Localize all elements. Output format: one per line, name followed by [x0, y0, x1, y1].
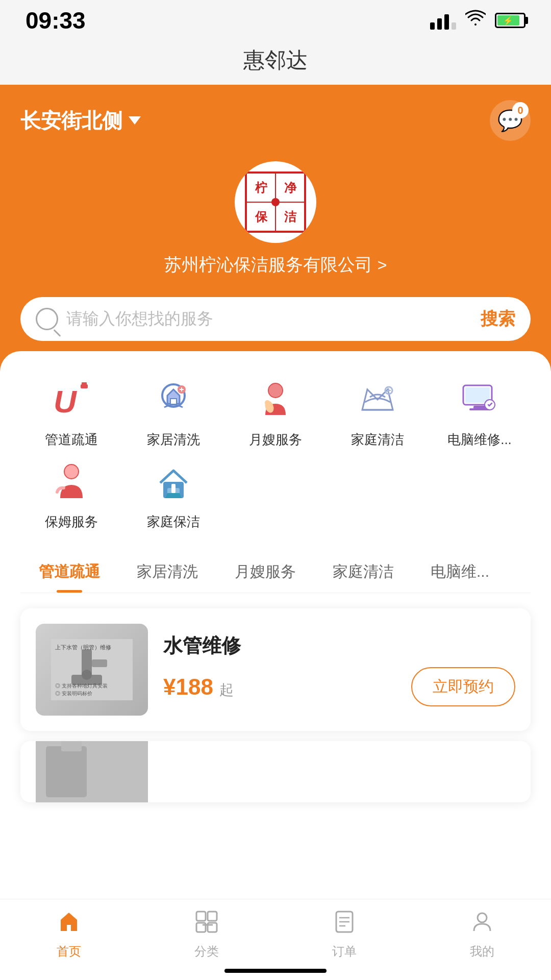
- price-symbol: ¥: [163, 674, 176, 699]
- home-clean-icon: [153, 379, 194, 420]
- service-item-home-clean[interactable]: 家居清洗: [122, 377, 224, 449]
- svg-point-22: [82, 670, 92, 680]
- svg-rect-23: [92, 659, 107, 667]
- svg-point-7: [265, 400, 270, 405]
- category-nav-label: 分类: [194, 943, 219, 960]
- pipe-repair-illustration: 上下水管（明管）维修 ◎ 支持各种地灯具安装 ◎ 安装明码标价: [51, 639, 133, 700]
- battery-icon: ⚡: [495, 13, 525, 28]
- location-text: 长安街北侧: [20, 107, 122, 135]
- search-icon: [36, 308, 58, 330]
- price-unit: 起: [219, 682, 234, 698]
- search-bar[interactable]: 请输入你想找的服务 搜索: [20, 297, 531, 341]
- service-item-pipe[interactable]: U 管道疏通: [20, 377, 122, 449]
- service-item-family-clean[interactable]: 家庭清洁: [327, 377, 429, 449]
- card-price: ¥188: [163, 674, 219, 699]
- computer-icon: [459, 379, 500, 420]
- header-top-row: 长安街北侧 💬 0: [20, 100, 531, 141]
- logo-char-2: 净: [276, 173, 305, 202]
- home-nav-icon: [57, 910, 81, 939]
- svg-text:U: U: [54, 384, 78, 419]
- logo-char-3: 保: [246, 202, 276, 231]
- price-value: 188: [176, 674, 213, 699]
- service-label-babysitter: 保姆服务: [45, 513, 98, 531]
- home-nav-label: 首页: [57, 943, 81, 960]
- family-clean-icon: [357, 379, 398, 420]
- svg-rect-2: [82, 382, 87, 385]
- nav-orders[interactable]: 订单: [332, 910, 357, 960]
- tab-home-wash[interactable]: 家居清洗: [118, 551, 216, 593]
- service-grid-row1: U 管道疏通 家居清洗: [20, 377, 531, 449]
- svg-rect-28: [46, 746, 87, 797]
- company-section: 柠 净 保 洁 苏州柠沁保洁服务有限公司 >: [20, 161, 531, 277]
- company-name-row[interactable]: 苏州柠沁保洁服务有限公司 >: [164, 253, 387, 277]
- service-card-water-pipe[interactable]: 上下水管（明管）维修 ◎ 支持各种地灯具安装 ◎ 安装明码标价 水管维修 ¥18…: [20, 608, 531, 731]
- babysitter-icon: [51, 461, 92, 502]
- svg-rect-11: [465, 387, 490, 403]
- bottom-spacer: [20, 813, 531, 894]
- service-label-family-clean: 家庭清洁: [351, 431, 404, 449]
- status-icons: ⚡: [430, 9, 525, 32]
- svg-text:上下水管（明管）维修: 上下水管（明管）维修: [55, 644, 111, 650]
- orders-nav-icon: [332, 910, 357, 939]
- service-item-computer[interactable]: 电脑维修...: [429, 377, 531, 449]
- logo-char-1: 柠: [246, 173, 276, 202]
- svg-point-5: [268, 383, 283, 398]
- status-bar: 09:33 ⚡: [0, 0, 551, 41]
- orange-header: 长安街北侧 💬 0 柠 净 保 洁 苏州柠沁保洁服务有限公司 > 请输入你想找的…: [0, 85, 551, 372]
- home-indicator: [224, 969, 327, 973]
- svg-point-15: [64, 464, 79, 479]
- mine-nav-icon: [470, 910, 494, 939]
- card-image-water-pipe: 上下水管（明管）维修 ◎ 支持各种地灯具安装 ◎ 安装明码标价: [36, 624, 148, 716]
- home-hygiene-icon: [153, 461, 194, 502]
- company-logo: 柠 净 保 洁: [235, 161, 316, 243]
- message-badge: 0: [512, 102, 529, 118]
- service-item-nanny[interactable]: 月嫂服务: [224, 377, 327, 449]
- service-label-computer: 电脑维修...: [447, 431, 512, 449]
- company-name: 苏州柠沁保洁服务有限公司: [164, 253, 372, 277]
- svg-rect-18: [171, 484, 176, 493]
- pipe-icon: U: [51, 379, 92, 420]
- chevron-down-icon: [129, 116, 141, 125]
- svg-rect-31: [208, 912, 217, 921]
- message-button[interactable]: 💬 0: [490, 100, 531, 141]
- service-label-home-clean: 家居清洗: [147, 431, 200, 449]
- search-input[interactable]: 请输入你想找的服务: [66, 308, 472, 330]
- nav-category[interactable]: 分类: [194, 910, 219, 960]
- svg-rect-29: [61, 741, 82, 751]
- nav-home[interactable]: 首页: [57, 910, 81, 960]
- company-link-arrow: >: [378, 256, 387, 275]
- service-item-home-hygiene[interactable]: 家庭保洁: [122, 459, 224, 531]
- service-grid-row2: 保姆服务 家庭保洁: [20, 459, 531, 531]
- tab-computer-svc[interactable]: 电脑维...: [412, 551, 508, 593]
- tab-pipe-drain[interactable]: 管道疏通: [20, 551, 118, 593]
- category-tabs: 管道疏通 家居清洗 月嫂服务 家庭清洁 电脑维...: [20, 551, 531, 593]
- search-button[interactable]: 搜索: [481, 307, 515, 331]
- card-title: 水管维修: [163, 633, 515, 659]
- wifi-icon: [465, 9, 486, 32]
- service-card-partial: [20, 741, 531, 802]
- tab-family-svc[interactable]: 家庭清洁: [314, 551, 412, 593]
- svg-text:◎ 支持各种地灯具安装: ◎ 支持各种地灯具安装: [55, 683, 108, 689]
- book-button[interactable]: 立即预约: [411, 667, 515, 706]
- card-info-water-pipe: 水管维修 ¥188 起 立即预约: [163, 633, 515, 706]
- app-title: 惠邻达: [243, 48, 308, 72]
- app-title-bar: 惠邻达: [0, 41, 551, 85]
- status-time: 09:33: [26, 7, 86, 34]
- service-item-babysitter[interactable]: 保姆服务: [20, 459, 122, 531]
- mine-nav-label: 我的: [470, 943, 494, 960]
- orders-nav-label: 订单: [332, 943, 357, 960]
- svg-point-39: [478, 913, 487, 922]
- svg-text:◎ 安装明码标价: ◎ 安装明码标价: [55, 691, 92, 696]
- nanny-icon: [255, 379, 296, 420]
- bottom-nav: 首页 分类 订单: [0, 899, 551, 980]
- svg-rect-30: [196, 912, 206, 921]
- logo-grid: 柠 净 保 洁: [245, 172, 306, 233]
- service-label-pipe: 管道疏通: [45, 431, 98, 449]
- location-selector[interactable]: 长安街北侧: [20, 107, 141, 135]
- card-price-row: ¥188 起 立即预约: [163, 667, 515, 706]
- service-label-home-hygiene: 家庭保洁: [147, 513, 200, 531]
- nav-mine[interactable]: 我的: [470, 910, 494, 960]
- content-area: U 管道疏通 家居清洗: [0, 351, 551, 910]
- partial-card-image: [36, 741, 148, 802]
- tab-nanny-svc[interactable]: 月嫂服务: [216, 551, 314, 593]
